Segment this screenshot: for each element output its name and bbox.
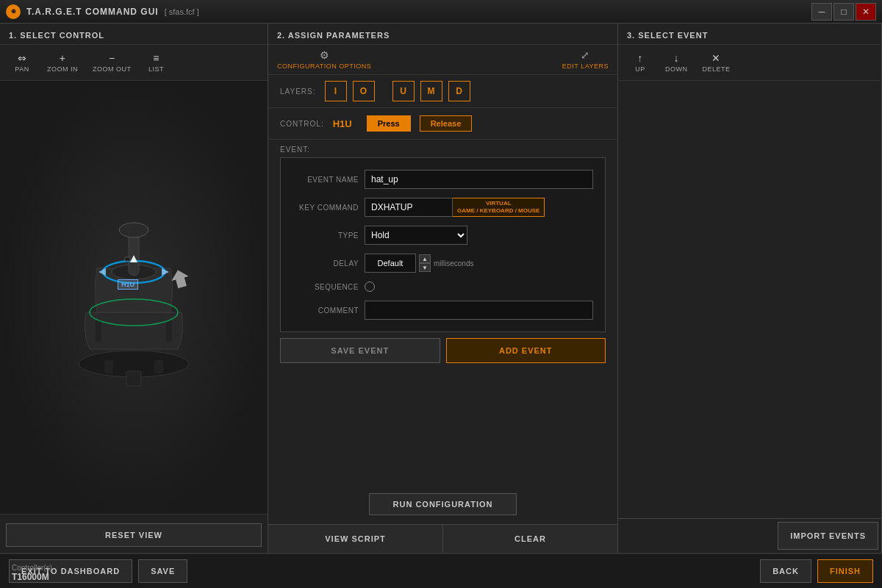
close-button[interactable]: ✕ — [856, 3, 876, 21]
controller-label-text: Controller(s) — [12, 564, 52, 572]
pan-button[interactable]: ⇔ PAN — [6, 49, 38, 76]
up-label: UP — [635, 65, 645, 73]
maximize-button[interactable]: □ — [833, 3, 854, 21]
comment-input[interactable] — [365, 301, 593, 320]
svg-rect-14 — [104, 360, 113, 373]
panel-assign-parameters: 2. ASSIGN PARAMETERS ⚙ CONFIGURATION OPT… — [268, 24, 618, 553]
main-content: 1. SELECT CONTROL ⇔ PAN + ZOOM IN − ZOOM… — [0, 24, 882, 553]
edit-layers-label: EDIT LAYERS — [562, 62, 609, 70]
panel-select-event: 3. SELECT EVENT ↑ UP ↓ DOWN ✕ DELETE IMP… — [618, 24, 882, 553]
config-options-button[interactable]: ⚙ CONFIGURATION OPTIONS — [277, 49, 371, 70]
config-icon: ⚙ — [320, 49, 329, 61]
delay-unit: milliseconds — [434, 259, 473, 268]
list-label: LIST — [148, 65, 164, 73]
layer-btn-M[interactable]: M — [420, 81, 442, 101]
layers-row: LAYERS: I O U M D — [268, 75, 617, 108]
event-name-row: EVENT NAME — [293, 170, 593, 189]
footer: EXIT TO DASHBOARD SAVE BACK FINISH — [0, 553, 882, 588]
delay-input[interactable] — [365, 254, 416, 273]
comment-row: COMMENT — [293, 301, 593, 320]
import-area: IMPORT EVENTS — [618, 518, 881, 553]
panel3-toolbar: ↑ UP ↓ DOWN ✕ DELETE — [618, 45, 881, 81]
svg-rect-4 — [129, 232, 139, 276]
delay-spinners: ▲ ▼ — [419, 254, 431, 272]
comment-label: COMMENT — [293, 306, 359, 315]
svg-rect-13 — [126, 371, 141, 386]
zoom-in-icon: + — [60, 52, 66, 64]
press-button[interactable]: Press — [367, 115, 411, 132]
delay-down-button[interactable]: ▼ — [419, 263, 431, 272]
reset-view-button[interactable]: RESET VIEW — [6, 523, 262, 547]
zoom-in-label: ZOOM IN — [47, 65, 78, 73]
layer-btn-U[interactable]: U — [392, 81, 415, 101]
key-command-row: KEY COMMAND VIRTUAL GAME / KEYBOARD / MO… — [293, 198, 593, 217]
panel2-spacer — [268, 369, 617, 484]
delay-label: DELAY — [293, 259, 359, 268]
down-icon: ↓ — [674, 52, 680, 64]
key-command-label: KEY COMMAND — [293, 204, 359, 212]
event-form: EVENT NAME KEY COMMAND VIRTUAL GAME / KE… — [280, 157, 606, 332]
event-name-input[interactable] — [365, 170, 593, 189]
delete-label: DELETE — [703, 65, 731, 73]
svg-rect-15 — [154, 360, 163, 373]
pan-icon: ⇔ — [18, 52, 27, 64]
release-button[interactable]: Release — [420, 115, 473, 132]
app-title: T.A.R.G.E.T COMMAND GUI — [26, 7, 159, 17]
control-name: H1U — [333, 118, 352, 129]
zoom-in-button[interactable]: + ZOOM IN — [41, 49, 84, 76]
delay-row: DELAY ▲ ▼ milliseconds — [293, 254, 593, 273]
controller-model: T16000M — [12, 572, 52, 582]
event-name-label: EVENT NAME — [293, 176, 359, 184]
edit-layers-button[interactable]: ⤢ EDIT LAYERS — [562, 49, 609, 70]
config-label: CONFIGURATION OPTIONS — [277, 62, 371, 70]
down-button[interactable]: ↓ DOWN — [659, 49, 694, 76]
panel2-bottom-bar: VIEW SCRIPT CLEAR — [268, 524, 617, 553]
joystick-image — [60, 202, 207, 393]
panel1-bottom: Controller(s) T16000M RESET VIEW — [0, 514, 268, 553]
view-script-button[interactable]: VIEW SCRIPT — [268, 525, 443, 553]
down-label: DOWN — [665, 65, 688, 73]
layer-btn-D[interactable]: D — [448, 81, 470, 101]
import-events-button[interactable]: IMPORT EVENTS — [778, 522, 878, 550]
layers-label: LAYERS: — [280, 87, 316, 96]
save-button[interactable]: SAVE — [138, 559, 187, 583]
h1u-label: H1U — [118, 279, 138, 290]
list-icon: ≡ — [153, 52, 159, 64]
app-logo: ⊕ — [6, 4, 21, 19]
zoom-out-icon: − — [109, 52, 115, 64]
up-button[interactable]: ↑ UP — [624, 49, 656, 76]
save-event-button[interactable]: SAVE EVENT — [280, 338, 440, 363]
virtual-keyboard-button[interactable]: VIRTUAL GAME / KEYBOARD / MOUSE — [453, 198, 545, 217]
list-button[interactable]: ≡ LIST — [140, 49, 173, 76]
zoom-out-label: ZOOM OUT — [93, 65, 132, 73]
svg-point-5 — [119, 223, 148, 237]
joystick-area: H1U — [0, 81, 268, 514]
finish-button[interactable]: FINISH — [817, 559, 873, 583]
panel3-main-area — [618, 81, 881, 518]
type-select[interactable]: Hold Press Release Repeat — [365, 226, 467, 245]
key-command-group: VIRTUAL GAME / KEYBOARD / MOUSE — [365, 198, 593, 217]
layer-btn-O[interactable]: O — [353, 81, 375, 101]
title-bar: ⊕ T.A.R.G.E.T COMMAND GUI [ sfas.fcf ] ─… — [0, 0, 882, 24]
delay-up-button[interactable]: ▲ — [419, 254, 431, 263]
delete-button[interactable]: ✕ DELETE — [697, 49, 736, 76]
svg-rect-11 — [125, 257, 130, 261]
panel3-header: 3. SELECT EVENT — [618, 24, 881, 45]
minimize-button[interactable]: ─ — [811, 3, 832, 21]
sequence-row: SEQUENCE — [293, 282, 593, 292]
zoom-out-button[interactable]: − ZOOM OUT — [87, 49, 137, 76]
panel2-toolbar: ⚙ CONFIGURATION OPTIONS ⤢ EDIT LAYERS — [268, 45, 617, 75]
sequence-toggle[interactable] — [365, 282, 375, 292]
sequence-label: SEQUENCE — [293, 283, 359, 291]
run-config-button[interactable]: RUN CONFIGURATION — [369, 493, 517, 515]
up-icon: ↑ — [637, 52, 643, 64]
panel-select-control: 1. SELECT CONTROL ⇔ PAN + ZOOM IN − ZOOM… — [0, 24, 268, 553]
svg-rect-1 — [96, 320, 101, 342]
add-event-button[interactable]: ADD EVENT — [446, 338, 606, 363]
svg-rect-2 — [166, 320, 172, 342]
key-command-input[interactable] — [365, 198, 453, 217]
controller-info: Controller(s) T16000M — [12, 564, 52, 582]
back-button[interactable]: BACK — [760, 559, 811, 583]
layer-btn-I[interactable]: I — [325, 81, 347, 101]
clear-button[interactable]: CLEAR — [443, 525, 617, 553]
